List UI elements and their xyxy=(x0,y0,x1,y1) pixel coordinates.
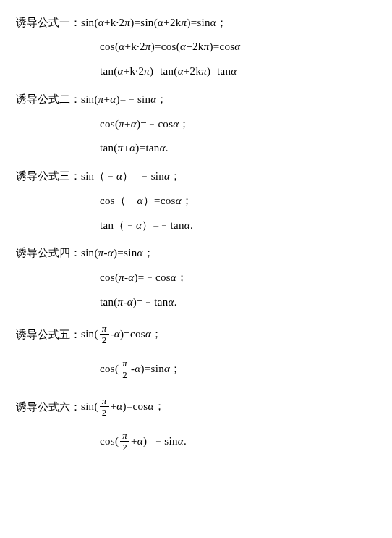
formula-group: 诱导公式五：sin(π2-α)=cosα；cos(π2-α)=sinα； xyxy=(16,317,376,387)
formula-text: cos(π2-α)=sinα； xyxy=(100,359,182,380)
fraction: π2 xyxy=(120,358,129,379)
formula-line: 诱导公式三：sin（﹣α）=﹣sinα； xyxy=(16,164,376,188)
formula-line: cos(π2+α)=﹣sinα. xyxy=(16,424,376,459)
formula-group: 诱导公式一：sin(α+k·2π)=sin(α+2kπ)=sinα；cos(α+… xyxy=(16,10,376,84)
formula-text: tan(π+α)=tanα. xyxy=(100,141,169,156)
formula-line: 诱导公式二：sin(π+α)=﹣sinα； xyxy=(16,87,376,112)
formula-line: cos(π2-α)=sinα； xyxy=(16,352,376,387)
fraction: π2 xyxy=(120,431,129,452)
group-label: 诱导公式五： xyxy=(16,327,81,342)
fraction: π2 xyxy=(100,324,109,345)
formula-line: cos(α+k·2π)=cos(α+2kπ)=cosα xyxy=(16,35,376,59)
formula-group: 诱导公式四：sin(π-α)=sinα；cos(π-α)=﹣cosα；tan(π… xyxy=(16,240,376,314)
formula-text: sin(α+k·2π)=sin(α+2kπ)=sinα； xyxy=(81,15,227,30)
group-label: 诱导公式四： xyxy=(16,245,81,260)
fraction-numerator: π xyxy=(121,431,129,441)
formula-line: cos(π-α)=﹣cosα； xyxy=(16,265,376,290)
formula-group: 诱导公式二：sin(π+α)=﹣sinα；cos(π+α)=﹣cosα；tan(… xyxy=(16,87,376,161)
group-label: 诱导公式一： xyxy=(16,15,81,30)
formula-text: sin(π2-α)=cosα； xyxy=(81,324,163,345)
formula-text: cos(π2+α)=﹣sinα. xyxy=(100,432,187,453)
fraction-numerator: π xyxy=(101,324,108,334)
formula-text: tan(π-α)=﹣tanα. xyxy=(100,295,177,310)
formula-line: cos（﹣α）=cosα； xyxy=(16,188,376,213)
formula-line: tan(α+k·2π)=tan(α+2kπ)=tanα xyxy=(16,59,376,84)
formula-text: sin(π+α)=﹣sinα； xyxy=(81,92,168,107)
formula-line: tan（﹣α）=﹣tanα. xyxy=(16,213,376,238)
formula-line: 诱导公式四：sin(π-α)=sinα； xyxy=(16,240,376,265)
formula-line: cos(π+α)=﹣cosα； xyxy=(16,112,376,136)
group-label: 诱导公式二： xyxy=(16,92,81,106)
formula-document: 诱导公式一：sin(α+k·2π)=sin(α+2kπ)=sinα；cos(α+… xyxy=(16,10,376,459)
formula-text: sin(π-α)=sinα； xyxy=(81,245,154,261)
fraction: π2 xyxy=(100,396,109,417)
group-label: 诱导公式六： xyxy=(16,400,81,414)
fraction-denominator: 2 xyxy=(120,441,129,452)
fraction-denominator: 2 xyxy=(100,406,109,417)
fraction-numerator: π xyxy=(121,358,129,369)
fraction-denominator: 2 xyxy=(100,334,109,345)
formula-line: tan(π+α)=tanα. xyxy=(16,136,376,161)
formula-text: tan(α+k·2π)=tan(α+2kπ)=tanα xyxy=(100,64,237,79)
fraction-numerator: π xyxy=(101,396,108,406)
formula-text: cos(α+k·2π)=cos(α+2kπ)=cosα xyxy=(100,40,241,54)
formula-text: cos(π+α)=﹣cosα； xyxy=(100,117,190,132)
formula-line: tan(π-α)=﹣tanα. xyxy=(16,290,376,314)
formula-group: 诱导公式六：sin(π2+α)=cosα；cos(π2+α)=﹣sinα. xyxy=(16,390,376,459)
formula-line: 诱导公式五：sin(π2-α)=cosα； xyxy=(16,317,376,352)
group-label: 诱导公式三： xyxy=(16,169,81,183)
fraction-denominator: 2 xyxy=(120,369,129,379)
formula-group: 诱导公式三：sin（﹣α）=﹣sinα；cos（﹣α）=cosα；tan（﹣α）… xyxy=(16,164,376,238)
formula-text: tan（﹣α）=﹣tanα. xyxy=(100,218,193,233)
formula-text: cos（﹣α）=cosα； xyxy=(100,193,192,209)
formula-text: sin(π2+α)=cosα； xyxy=(81,397,165,418)
formula-line: 诱导公式一：sin(α+k·2π)=sin(α+2kπ)=sinα； xyxy=(16,10,376,35)
formula-line: 诱导公式六：sin(π2+α)=cosα； xyxy=(16,390,376,424)
formula-text: sin（﹣α）=﹣sinα； xyxy=(81,169,182,184)
formula-text: cos(π-α)=﹣cosα； xyxy=(100,270,187,285)
